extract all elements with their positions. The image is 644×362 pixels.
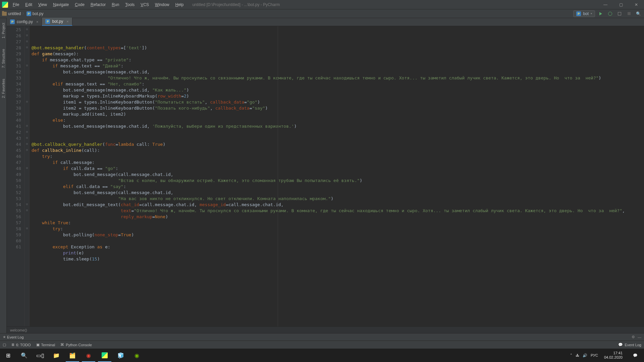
menu-view[interactable]: View [36, 1, 50, 8]
editor-area: Pconfig.py×Pbot.py× 25262728293031323334… [7, 18, 644, 333]
tool-window-messages[interactable]: ▢ [3, 343, 6, 347]
breadcrumb-file: bot.py [33, 11, 44, 16]
code-content[interactable]: @bot.message_handler(content_types=['tex… [30, 26, 644, 326]
side-tab----structure[interactable]: 7: Structure [1, 47, 6, 70]
event-log-panel-header[interactable]: ★ Event Log ⚙ — [0, 333, 644, 341]
fold-gutter[interactable]: ⊟⊟⊟⊟⊟⊟⊟⊟⊟⊟⊟⊟⊟⊟⊟ [25, 26, 30, 326]
search-everywhere-button[interactable] [635, 10, 642, 17]
menu-vcs[interactable]: VCS [138, 1, 152, 8]
action-center-button[interactable]: 💬 [629, 349, 642, 362]
nvidia-button[interactable]: ◉ [129, 349, 145, 362]
breadcrumb[interactable]: untitled 〉 P bot.py [2, 11, 43, 16]
menu-edit[interactable]: Edit [22, 1, 35, 8]
clock[interactable]: 17:41 04.02.2020 [601, 351, 625, 360]
breadcrumb-function: welcome() [10, 328, 27, 332]
stop-button[interactable] [625, 10, 633, 17]
folder-button[interactable]: 🗂️ [64, 349, 80, 362]
file-tabs: Pconfig.py×Pbot.py× [7, 18, 644, 26]
network-icon[interactable]: 🖧 [576, 353, 579, 357]
system-tray: ˄ 🖧 🔊 РУС 17:41 04.02.2020 💬 [570, 349, 644, 362]
run-with-coverage-button[interactable] [616, 10, 623, 17]
volume-icon[interactable]: 🔊 [583, 353, 587, 358]
gear-icon[interactable]: ⚙ [632, 335, 635, 339]
left-tool-stripe: 1: Project7: Structure2: Favorites [0, 18, 7, 333]
side-tab----favorites[interactable]: 2: Favorites [1, 77, 6, 100]
pycharm-icon [102, 352, 108, 358]
check-icon: ≣ [11, 343, 14, 347]
tool-window-terminal[interactable]: ▣Terminal [36, 343, 55, 347]
menu-tools[interactable]: Tools [122, 1, 137, 8]
pycharm-taskbar-button[interactable] [97, 349, 113, 362]
terminal-icon: ▣ [36, 343, 40, 347]
breadcrumb-project: untitled [8, 11, 21, 16]
time-label: 17:41 [604, 351, 623, 355]
python-file-icon: P [576, 11, 581, 16]
tool-window-python-console[interactable]: ⌘Python Console [60, 343, 92, 347]
bottom-tool-stripe: ▢ ≣6: TODO ▣Terminal ⌘Python Console 💬Ev… [0, 341, 644, 349]
close-tab-icon[interactable]: × [66, 19, 68, 23]
speech-icon: 💬 [618, 343, 623, 347]
menu-code[interactable]: Code [72, 1, 87, 8]
search-button[interactable]: 🔍 [16, 349, 32, 362]
chevron-down-icon: ▾ [591, 12, 592, 15]
navigation-bar: untitled 〉 P bot.py P bot ▾ [0, 9, 644, 18]
main-area: 1: Project7: Structure2: Favorites Pconf… [0, 18, 644, 333]
close-tab-icon[interactable]: × [36, 20, 38, 24]
close-button[interactable]: ✕ [629, 0, 644, 9]
tray-expand-icon[interactable]: ˄ [570, 353, 572, 358]
date-label: 04.02.2020 [604, 355, 623, 360]
play-icon [599, 12, 602, 15]
main-menu: FileEditViewNavigateCodeRefactorRunTools… [10, 1, 186, 8]
code-editor[interactable]: 2526272829303132333435363738394041424344… [7, 26, 644, 326]
bug-icon [608, 12, 612, 16]
menu-file[interactable]: File [10, 1, 22, 8]
stop-icon [628, 12, 631, 15]
maximize-button[interactable]: ▢ [613, 0, 629, 9]
python-file-icon: P [45, 19, 50, 24]
menu-run[interactable]: Run [109, 1, 122, 8]
run-button[interactable] [597, 10, 604, 17]
python-file-icon: P [10, 19, 15, 24]
task-view-button[interactable]: ▭▯ [32, 349, 48, 362]
debug-button[interactable] [606, 10, 614, 17]
menu-navigate[interactable]: Navigate [50, 1, 71, 8]
side-tab----project[interactable]: 1: Project [1, 21, 6, 40]
windows-taskbar: ⊞ 🔍 ▭▯ 📁 🗂️ ◉ 🧊 ◉ ˄ 🖧 🔊 РУС 17:41 04.02.… [0, 349, 644, 362]
title-bar: FileEditViewNavigateCodeRefactorRunTools… [0, 0, 644, 9]
minimize-button[interactable]: — [598, 0, 613, 9]
line-number-gutter[interactable]: 2526272829303132333435363738394041424344… [7, 26, 25, 326]
tool-window-event-log[interactable]: 💬Event Log [618, 343, 641, 347]
menu-window[interactable]: Window [152, 1, 172, 8]
run-config-label: bot [583, 11, 589, 16]
square-icon: ▢ [3, 343, 6, 347]
coverage-icon [618, 12, 621, 15]
hide-icon[interactable]: — [638, 335, 641, 339]
python-file-icon: P [26, 11, 31, 16]
chrome-button[interactable]: ◉ [80, 349, 97, 362]
window-controls: — ▢ ✕ [598, 0, 644, 9]
menu-help[interactable]: Help [173, 1, 186, 8]
folder-icon [2, 12, 7, 16]
tool-window-todo[interactable]: ≣6: TODO [11, 343, 31, 347]
window-title: untitled [D:\Project\untitled] - ...\bot… [192, 2, 280, 7]
menu-refactor[interactable]: Refactor [88, 1, 108, 8]
file-tab-bot-py[interactable]: Pbot.py× [42, 18, 72, 26]
input-language[interactable]: РУС [591, 353, 598, 357]
event-log-label: Event Log [7, 335, 24, 339]
pycharm-icon [2, 2, 8, 8]
run-configuration-selector[interactable]: P bot ▾ [573, 10, 595, 17]
toolbox-button[interactable]: 🧊 [113, 349, 129, 362]
file-tab-config-py[interactable]: Pconfig.py× [7, 18, 42, 26]
start-button[interactable]: ⊞ [0, 349, 16, 362]
code-breadcrumb[interactable]: welcome() [7, 326, 644, 333]
python-icon: ⌘ [60, 343, 64, 347]
chevron-right-icon: 〉 [22, 12, 25, 15]
file-explorer-button[interactable]: 📁 [48, 349, 64, 362]
